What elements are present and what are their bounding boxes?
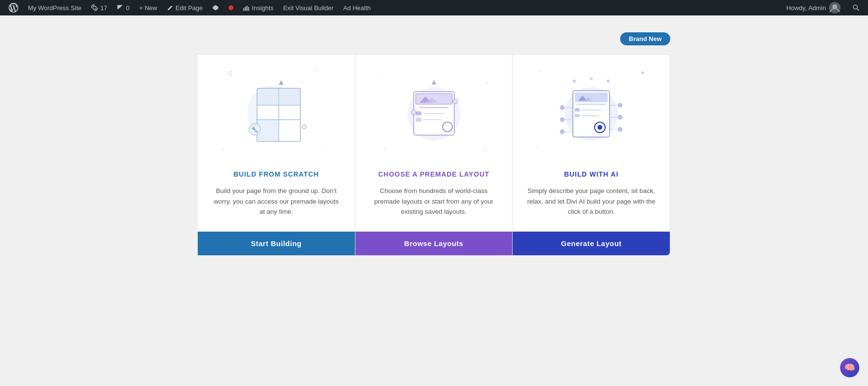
svg-point-31 [411,110,416,115]
svg-point-18 [302,125,306,129]
svg-rect-1 [245,6,246,10]
svg-marker-17 [279,80,284,85]
admin-bar-right: Howdy, Admin [782,0,864,15]
svg-point-32 [453,99,458,104]
svg-text:🔧: 🔧 [251,126,258,133]
svg-rect-0 [244,8,244,11]
divi-icon[interactable] [207,0,224,15]
svg-rect-2 [246,5,247,10]
wp-logo[interactable] [4,0,23,15]
svg-line-7 [857,9,859,11]
illustration-build-with-ai: + ✦ • [513,55,670,165]
svg-point-57 [573,80,576,83]
svg-point-37 [618,103,623,108]
insights-button[interactable]: Insights [238,0,278,15]
card-choose-premade-layout: ◦ ◇ × • [355,54,513,256]
svg-rect-27 [416,118,421,122]
howdy-admin[interactable]: Howdy, Admin [782,0,846,15]
svg-point-50 [597,125,602,130]
svg-rect-3 [248,7,249,11]
svg-point-59 [590,77,593,80]
card-build-with-ai: + ✦ • [513,54,670,256]
ai-brain-icon[interactable]: 🧠 [840,358,859,377]
svg-point-36 [560,129,565,134]
cards-container: Brand New ◁ • × ◦ ◦ [198,54,670,256]
svg-rect-14 [258,120,278,141]
svg-point-6 [853,5,857,9]
generate-layout-button[interactable]: Generate Layout [513,232,670,255]
start-building-button[interactable]: Start Building [198,232,355,255]
browse-layouts-button[interactable]: Browse Layouts [355,232,513,255]
exit-visual-builder-button[interactable]: Exit Visual Builder [278,0,339,15]
svg-point-39 [618,127,623,132]
card-3-title: BUILD WITH AI [564,170,619,178]
card-build-from-scratch: ◁ • × ◦ ◦ [198,54,355,256]
svg-rect-47 [575,114,580,117]
illustration-choose-premade-layout: ◦ ◇ × • [355,55,513,165]
svg-point-34 [560,105,565,110]
ad-health-button[interactable]: Ad Health [339,0,376,15]
card-1-title: BUILD FROM SCRATCH [233,170,319,178]
svg-point-35 [560,117,565,122]
search-icon[interactable] [848,0,864,15]
svg-marker-30 [432,80,436,84]
brand-new-badge: Brand New [620,32,670,45]
svg-rect-45 [575,108,580,111]
comments[interactable]: 0 [112,0,134,15]
svg-rect-25 [416,111,421,115]
illustration-build-from-scratch: ◁ • × ◦ ◦ [198,55,355,165]
card-3-description: Simply describe your page content, sit b… [513,186,670,217]
page-content: Brand New ◁ • × ◦ ◦ [0,15,868,386]
admin-bar: My WordPress Site 17 0 + New Edit Page I… [0,0,868,15]
card-1-description: Build your page from the ground up. Don'… [198,186,355,217]
svg-point-38 [618,115,623,120]
updates[interactable]: 17 [86,0,112,15]
edit-page-button[interactable]: Edit Page [162,0,207,15]
card-2-title: CHOOSE A PREMADE LAYOUT [378,170,489,178]
svg-rect-13 [258,89,300,105]
site-name[interactable]: My WordPress Site [23,0,86,15]
svg-point-58 [607,80,610,83]
red-dot [224,0,238,15]
card-2-description: Choose from hundreds of world-class prem… [355,186,513,217]
new-button[interactable]: + New [135,0,162,15]
